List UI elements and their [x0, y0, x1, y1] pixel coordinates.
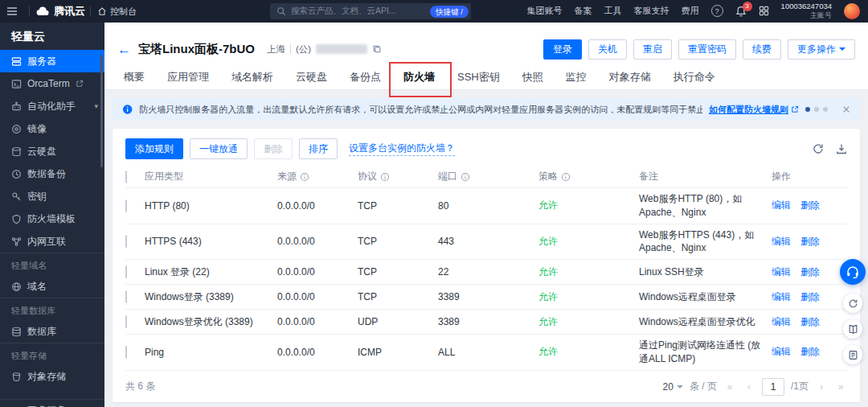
cell-port: ALL — [438, 347, 538, 358]
sidebar-item-domains[interactable]: 域名 — [0, 275, 104, 298]
documentation-button[interactable] — [843, 319, 862, 339]
sidebar-item-ssh-keys[interactable]: 密钥 — [0, 185, 104, 208]
sidebar-item-object-storage[interactable]: 对象存储 — [0, 365, 104, 388]
delete-link[interactable]: 删除 — [800, 235, 820, 249]
feedback-button[interactable] — [843, 294, 862, 313]
delete-link[interactable]: 删除 — [800, 315, 820, 329]
sidebar-item-firewall-templates[interactable]: 防火墙模板 — [0, 208, 104, 230]
sidebar-item-server[interactable]: 服务器 — [0, 50, 104, 72]
edit-link[interactable]: 编辑 — [772, 235, 791, 249]
help-icon[interactable]: ? — [711, 5, 723, 17]
reset-password-button[interactable]: 重置密码 — [678, 39, 736, 60]
copy-ip-button[interactable] — [372, 44, 382, 54]
last-page-button[interactable]: » — [834, 381, 847, 393]
sidebar-scrollbar[interactable] — [100, 55, 103, 167]
info-icon[interactable] — [461, 172, 470, 182]
topbar: 腾讯云 控制台 搜索云产品、文档、云API... 快捷键 / 集团账号 备案 工… — [0, 0, 868, 23]
avatar[interactable] — [844, 3, 860, 19]
tab-run-commands[interactable]: 执行命令 — [662, 64, 727, 89]
delete-link[interactable]: 删除 — [800, 290, 820, 304]
download-button[interactable] — [836, 143, 847, 154]
select-all-checkbox[interactable] — [125, 171, 127, 183]
per-page-label: 条 / 页 — [690, 380, 717, 393]
topbar-link-tools[interactable]: 工具 — [604, 5, 622, 17]
edit-link[interactable]: 编辑 — [772, 290, 791, 304]
topbar-link-group-account[interactable]: 集团账号 — [527, 5, 563, 17]
row-checkbox[interactable] — [125, 315, 127, 328]
back-button[interactable]: ← — [117, 43, 131, 56]
next-page-button[interactable]: › — [815, 381, 828, 393]
account-info[interactable]: 100036247034 主账号 — [781, 2, 832, 19]
topbar-link-support[interactable]: 客服支持 — [634, 5, 669, 17]
shortcut-badge[interactable]: 快捷键 / — [430, 6, 469, 18]
add-rule-button[interactable]: 添加规则 — [125, 138, 183, 159]
brand-logo[interactable]: 腾讯云 — [36, 4, 85, 18]
sidebar-item-data-backup[interactable]: 数据备份 — [0, 162, 104, 185]
topbar-link-billing[interactable]: 费用 — [682, 5, 699, 17]
page-size-select[interactable]: 20 — [663, 381, 683, 393]
customer-service-button[interactable] — [840, 259, 866, 285]
sidebar-item-cloud-disk[interactable]: 云硬盘 — [0, 140, 104, 162]
row-checkbox[interactable] — [125, 346, 127, 359]
info-icon[interactable] — [380, 172, 390, 182]
banner-close-button[interactable] — [842, 105, 850, 113]
row-checkbox[interactable] — [125, 235, 127, 248]
server-icon — [11, 56, 22, 67]
tab-app-management[interactable]: 应用管理 — [156, 64, 220, 89]
delete-link[interactable]: 删除 — [800, 265, 820, 279]
row-checkbox[interactable] — [125, 265, 127, 278]
sidebar-item-more[interactable]: 更多服务 — [0, 399, 104, 407]
topbar-link-icp[interactable]: 备案 — [575, 5, 592, 17]
sidebar-item-automation-assistant[interactable]: 自动化助手 ▾ — [0, 95, 104, 117]
tab-dns[interactable]: 域名解析 — [220, 64, 285, 89]
more-actions-button[interactable]: 更多操作 — [788, 39, 855, 60]
tab-monitoring[interactable]: 监控 — [555, 64, 598, 89]
edit-link[interactable]: 编辑 — [772, 265, 791, 279]
survey-button[interactable] — [843, 345, 862, 364]
tab-backup-points[interactable]: 备份点 — [338, 64, 392, 89]
tab-object-storage[interactable]: 对象存储 — [598, 64, 662, 89]
edit-link[interactable]: 编辑 — [772, 315, 791, 329]
hamburger-menu-button[interactable] — [0, 0, 24, 23]
tab-cloud-disk[interactable]: 云硬盘 — [285, 64, 338, 89]
row-checkbox[interactable] — [125, 290, 127, 303]
info-icon[interactable] — [300, 172, 309, 182]
sidebar-item-vpc-peering[interactable]: 内网互联 — [0, 230, 104, 253]
prev-page-button[interactable]: ‹ — [743, 381, 755, 393]
carousel-dot-1[interactable] — [805, 107, 810, 112]
multi-instance-firewall-link[interactable]: 设置多台实例的防火墙？ — [349, 142, 455, 156]
refresh-button[interactable] — [813, 143, 824, 154]
firewall-rules-doc-link[interactable]: 如何配置防火墙规则 — [709, 104, 799, 116]
edit-link[interactable]: 编辑 — [772, 199, 791, 212]
notifications-button[interactable]: 3 — [735, 6, 747, 17]
cell-protocol: TCP — [358, 200, 438, 212]
sidebar-item-database[interactable]: 数据库 — [0, 320, 104, 343]
sidebar-item-images[interactable]: 镜像 — [0, 117, 104, 140]
apps-grid-button[interactable] — [759, 6, 769, 16]
restart-button[interactable]: 重启 — [633, 39, 672, 60]
sort-button[interactable]: 排序 — [299, 138, 338, 159]
tab-overview[interactable]: 概要 — [113, 64, 156, 89]
edit-link[interactable]: 编辑 — [772, 345, 791, 359]
account-id: 100036247034 — [781, 2, 832, 11]
console-home-link[interactable]: 控制台 — [97, 6, 137, 18]
delete-link[interactable]: 删除 — [800, 345, 820, 359]
shutdown-button[interactable]: 关机 — [588, 39, 627, 60]
tab-label: 快照 — [522, 70, 543, 84]
search-input[interactable]: 搜索云产品、文档、云API... 快捷键 / — [270, 3, 471, 19]
carousel-dot-2[interactable] — [814, 107, 819, 112]
page-number-input[interactable]: 1 — [762, 378, 784, 396]
row-checkbox[interactable] — [125, 199, 127, 212]
delete-rules-button[interactable]: 删除 — [254, 138, 293, 159]
renew-button[interactable]: 续费 — [743, 39, 781, 60]
first-page-button[interactable]: « — [723, 381, 736, 393]
sidebar-item-orcaterm[interactable]: OrcaTerm — [0, 72, 104, 95]
tab-firewall[interactable]: 防火墙 — [392, 64, 446, 89]
allow-all-button[interactable]: 一键放通 — [190, 138, 248, 159]
carousel-dot-3[interactable] — [823, 107, 828, 112]
tab-ssh-keys[interactable]: SSH密钥 — [446, 64, 511, 89]
login-button[interactable]: 登录 — [543, 39, 582, 60]
tab-snapshots[interactable]: 快照 — [511, 64, 555, 89]
info-icon[interactable] — [561, 172, 571, 182]
delete-link[interactable]: 删除 — [800, 199, 820, 212]
